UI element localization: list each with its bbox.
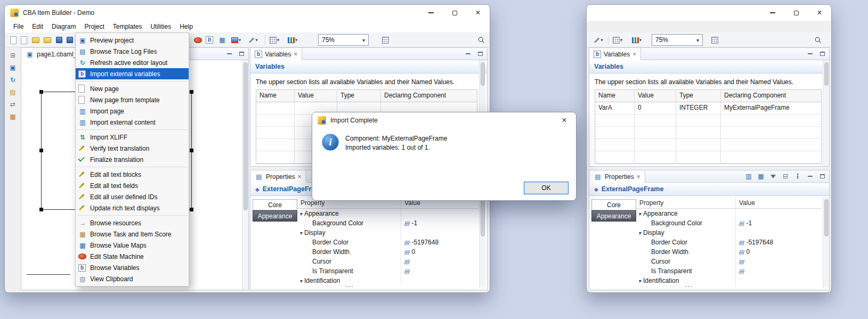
property-row[interactable]: Border Width0: [297, 247, 478, 257]
column-header[interactable]: Value: [635, 90, 676, 102]
layout-grid-icon[interactable]: [380, 35, 391, 45]
browse-variables-icon[interactable]: [204, 35, 215, 45]
menu-item-browse-trace-log-files[interactable]: Browse Trace Log Files: [76, 46, 189, 57]
properties-scrollbar[interactable]: [479, 197, 485, 288]
search-icon[interactable]: [476, 35, 486, 45]
property-row[interactable]: Cursor: [636, 257, 822, 266]
menubar-item-diagram[interactable]: Diagram: [47, 22, 80, 31]
property-value[interactable]: 0: [401, 247, 478, 257]
variables-tab[interactable]: Variables: [250, 48, 302, 60]
menu-item-verify-text-translation[interactable]: Verify text translation: [76, 143, 189, 154]
new-project-icon[interactable]: [19, 35, 29, 45]
menubar-item-edit[interactable]: Edit: [28, 22, 47, 31]
minimize-view-button[interactable]: [805, 172, 815, 181]
maximize-view-button[interactable]: [475, 50, 485, 58]
compare-view-icon[interactable]: [9, 100, 17, 109]
show-advanced-icon[interactable]: [756, 172, 766, 181]
maximize-view-button[interactable]: [237, 50, 246, 58]
line-color-icon[interactable]: [593, 35, 604, 45]
property-value[interactable]: [401, 266, 478, 276]
menu-item-finalize-translation[interactable]: Finalize translation: [76, 154, 189, 165]
table-row[interactable]: VarA 0 INTEGER MyExternalPageFrame: [595, 102, 821, 114]
table-row[interactable]: [595, 151, 821, 163]
property-row[interactable]: Background Color-1: [297, 218, 478, 228]
category-appearance-button[interactable]: Appearance: [591, 210, 636, 222]
dialog-title-bar[interactable]: Import Complete: [312, 112, 576, 128]
property-row[interactable]: Cursor: [297, 257, 478, 266]
category-core-button[interactable]: Core: [253, 199, 297, 210]
line-color-icon[interactable]: [248, 35, 258, 45]
view-menu-icon[interactable]: [793, 172, 802, 181]
resize-handle[interactable]: [39, 208, 43, 211]
align-tools-icon[interactable]: [287, 35, 298, 45]
open-project-icon[interactable]: [30, 35, 41, 45]
new-item-icon[interactable]: [8, 35, 19, 45]
menu-item-edit-all-text-blocks[interactable]: Edit all text blocks: [76, 169, 189, 180]
title-bar[interactable]: [587, 5, 831, 21]
menubar-item-templates[interactable]: Templates: [109, 22, 147, 31]
menu-item-edit-state-machine[interactable]: Edit State Machine: [76, 251, 189, 262]
resize-handle[interactable]: [39, 149, 43, 152]
refresh-view-icon[interactable]: [9, 76, 17, 84]
palette-toggle-icon[interactable]: [9, 51, 17, 60]
property-value[interactable]: -5197648: [735, 238, 822, 247]
menubar-item-file[interactable]: File: [9, 22, 28, 31]
resize-handle[interactable]: [190, 149, 193, 152]
property-group-row[interactable]: Appearance: [297, 209, 478, 218]
minimize-button[interactable]: [419, 5, 443, 21]
menubar-item-utilities[interactable]: Utilities: [146, 22, 175, 31]
notes-view-icon[interactable]: [9, 112, 17, 121]
property-value[interactable]: 0: [735, 247, 822, 257]
menu-item-import-external-variables[interactable]: Import external variables: [76, 68, 189, 79]
resize-handle[interactable]: [190, 208, 193, 211]
property-group-row[interactable]: Identification: [297, 276, 478, 285]
zoom-combobox[interactable]: 75%: [652, 34, 703, 46]
ok-button[interactable]: OK: [524, 182, 569, 194]
resize-handle[interactable]: [39, 90, 43, 94]
pages-view-icon[interactable]: [9, 63, 17, 72]
property-row[interactable]: Is Transparent: [297, 266, 478, 276]
close-tab-icon[interactable]: [637, 173, 640, 181]
variables-scrollbar[interactable]: [823, 60, 829, 166]
property-value[interactable]: [401, 257, 478, 266]
search-icon[interactable]: [813, 35, 823, 45]
property-group-row[interactable]: Display: [636, 228, 822, 238]
menu-item-edit-all-text-fields[interactable]: Edit all text fields: [76, 180, 189, 191]
resize-grip[interactable]: [685, 286, 692, 287]
property-group-row[interactable]: Display: [297, 228, 478, 238]
property-value[interactable]: -5197648: [401, 238, 478, 247]
save-all-icon[interactable]: [64, 35, 75, 45]
property-value[interactable]: -1: [401, 218, 478, 228]
fill-color-icon[interactable]: [231, 35, 241, 45]
column-header[interactable]: Declaring Component: [721, 90, 821, 102]
property-group-row[interactable]: Identification: [636, 276, 822, 285]
property-row[interactable]: Border Width0: [636, 247, 822, 257]
menu-item-new-page-from-template[interactable]: New page from template: [76, 94, 189, 105]
line-element[interactable]: [27, 274, 70, 275]
menu-item-preview-project[interactable]: Preview project: [76, 35, 189, 46]
table-row[interactable]: [595, 114, 821, 127]
close-tab-icon[interactable]: [632, 51, 636, 58]
collapse-all-icon[interactable]: [781, 172, 790, 181]
resources-view-icon[interactable]: [9, 88, 17, 96]
resize-handle[interactable]: [190, 90, 193, 94]
column-header[interactable]: Type: [337, 90, 381, 102]
properties-tab[interactable]: Properties: [589, 170, 645, 183]
import-folder-icon[interactable]: [42, 35, 53, 45]
align-tools-icon[interactable]: [631, 35, 642, 45]
save-icon[interactable]: [54, 35, 64, 45]
filter-icon[interactable]: [768, 172, 778, 181]
menubar-item-project[interactable]: Project: [80, 22, 108, 31]
menu-item-browse-value-maps[interactable]: Browse Value Maps: [76, 240, 189, 251]
property-value[interactable]: [735, 257, 822, 266]
close-button[interactable]: [553, 112, 576, 128]
snap-to-grid-icon[interactable]: [269, 35, 280, 45]
menu-item-browse-task-item-score[interactable]: Browse Task and Item Score: [76, 228, 189, 240]
edit-area-scrollbar[interactable]: [242, 60, 248, 290]
column-header[interactable]: Name: [256, 90, 295, 102]
category-core-button[interactable]: Core: [591, 199, 636, 210]
show-categories-icon[interactable]: [744, 172, 753, 181]
menu-item-import-xliff[interactable]: Import XLIFF: [76, 132, 189, 143]
menu-item-update-rich-text-displays[interactable]: Update rich text displays: [76, 202, 189, 214]
close-tab-icon[interactable]: [298, 173, 302, 181]
